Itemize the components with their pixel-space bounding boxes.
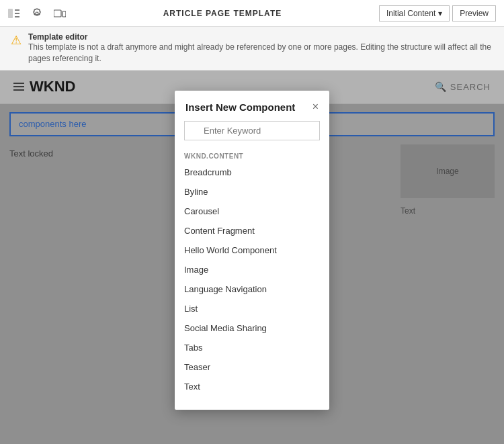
svg-rect-0 [8,9,13,18]
component-item[interactable]: Breadcrumb [175,163,329,182]
modal-title: Insert New Component [185,101,295,113]
warning-text: This template is not a draft anymore and… [28,42,493,64]
component-item[interactable]: Text [175,377,329,396]
component-item[interactable]: List [175,299,329,318]
settings-icon[interactable] [31,7,43,19]
toolbar-right: Initial Content ▾ Preview [379,5,496,21]
component-search-input[interactable] [184,121,320,140]
insert-component-modal: Insert New Component × 🔍 WKND.CONTENT Br… [175,91,329,410]
modal-overlay: Insert New Component × 🔍 WKND.CONTENT Br… [0,71,504,444]
component-group-label: WKND.CONTENT [175,148,329,163]
chevron-down-icon: ▾ [438,9,442,18]
modal-search-wrap: 🔍 [175,121,329,148]
component-item[interactable]: Carousel [175,202,329,221]
page-canvas: WKND 🔍 SEARCH components here Text locke… [0,71,504,444]
initial-content-label: Initial Content [386,9,435,18]
top-toolbar: ARTICLE PAGE TEMPLATE Initial Content ▾ … [0,0,504,27]
toolbar-left [8,7,66,19]
initial-content-button[interactable]: Initial Content ▾ [379,5,450,21]
component-item[interactable]: Teaser [175,357,329,377]
component-item[interactable]: Image [175,260,329,279]
component-list: BreadcrumbBylineCarouselContent Fragment… [175,163,329,396]
device-toggle-icon[interactable] [54,7,66,19]
modal-close-button[interactable]: × [312,101,319,112]
component-item[interactable]: Tabs [175,338,329,357]
preview-button[interactable]: Preview [452,5,496,21]
modal-header: Insert New Component × [175,91,329,121]
svg-point-4 [36,12,38,15]
component-item[interactable]: Byline [175,182,329,202]
component-item[interactable]: Language Navigation [175,279,329,299]
component-item[interactable]: Social Media Sharing [175,318,329,338]
svg-rect-6 [62,11,66,17]
sidebar-toggle-icon[interactable] [8,7,20,19]
warning-content: Template editor This template is not a d… [28,32,493,64]
warning-banner: ⚠ Template editor This template is not a… [0,27,504,71]
component-item[interactable]: Content Fragment [175,221,329,240]
svg-rect-5 [54,10,61,17]
search-input-wrap: 🔍 [184,121,320,140]
warning-icon: ⚠ [11,33,22,48]
component-item[interactable]: Hello World Component [175,240,329,260]
page-title: ARTICLE PAGE TEMPLATE [163,9,282,18]
warning-title: Template editor [28,32,493,42]
